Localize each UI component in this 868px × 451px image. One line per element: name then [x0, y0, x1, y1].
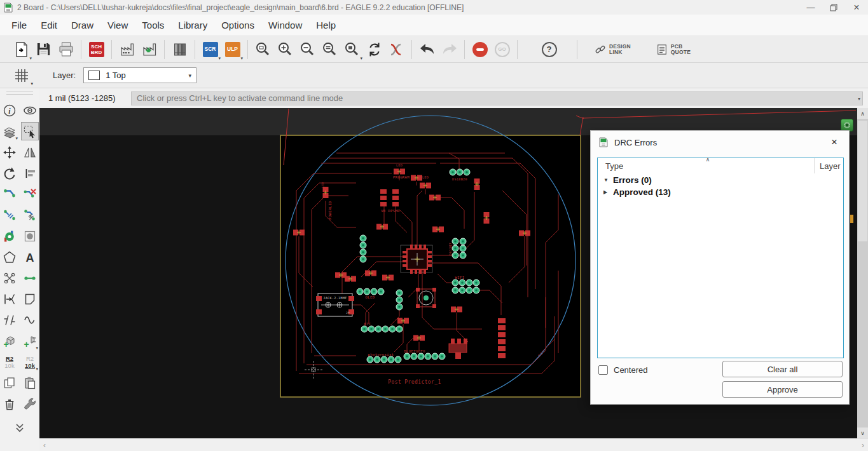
scroll-down-button[interactable]: ∨ — [857, 427, 868, 438]
dropdown-caret-icon[interactable]: ▾ — [360, 56, 362, 60]
zoom-select-icon — [322, 41, 338, 58]
dropdown-caret-icon[interactable]: ▾ — [36, 367, 38, 371]
tool-text[interactable]: A — [21, 248, 39, 266]
collapsed-triangle-icon[interactable]: ▶ — [603, 189, 611, 195]
palette-drag-handle[interactable] — [6, 94, 33, 95]
tool-delete[interactable] — [1, 394, 18, 413]
tool-outline[interactable] — [21, 290, 39, 308]
menu-library[interactable]: Library — [171, 20, 214, 30]
tool-mirror[interactable] — [21, 143, 39, 161]
centered-checkbox[interactable] — [598, 365, 608, 375]
menu-edit[interactable]: Edit — [34, 20, 64, 30]
grid-settings-button[interactable]: ▾ — [10, 65, 34, 86]
dropdown-caret-icon[interactable]: ▾ — [240, 56, 243, 60]
drc-error-tree[interactable]: ∧ Type Layer ▼ Errors (0) ▶ Approved (13… — [597, 158, 844, 358]
approve-button[interactable]: Approve — [722, 381, 843, 398]
chip-badge-icon[interactable] — [841, 119, 853, 131]
zoom-in-button[interactable] — [274, 39, 296, 60]
restore-button[interactable] — [822, 0, 845, 15]
tree-header[interactable]: ∧ Type Layer — [598, 158, 843, 173]
dropdown-caret-icon[interactable]: ▾ — [31, 81, 33, 86]
more-tools-button[interactable] — [0, 423, 39, 435]
tool-paste[interactable] — [21, 374, 39, 392]
tool-group-select[interactable] — [21, 122, 39, 140]
vertical-scrollbar[interactable]: ∧ ∨ — [857, 108, 868, 438]
tool-add-device[interactable]: + ▾ — [21, 332, 39, 350]
signal-x-button[interactable] — [385, 39, 408, 60]
dropdown-caret-icon[interactable]: ▾ — [29, 56, 32, 60]
drc-close-button[interactable]: × — [827, 136, 841, 149]
cam-processor-button[interactable] — [116, 39, 138, 60]
tool-copy[interactable] — [1, 374, 18, 392]
scroll-up-button[interactable]: ∧ — [857, 108, 868, 119]
tool-fix[interactable] — [21, 394, 39, 413]
library-button[interactable] — [169, 39, 191, 60]
dropdown-caret-icon[interactable]: ▾ — [36, 346, 38, 350]
column-header-layer[interactable]: Layer — [814, 158, 843, 173]
menu-help[interactable]: Help — [309, 20, 343, 30]
undo-button[interactable] — [416, 39, 438, 60]
tool-route-walkaround[interactable] — [21, 206, 39, 224]
zoom-fit-button[interactable] — [252, 39, 274, 60]
tool-name[interactable]: R2 10k — [1, 353, 18, 371]
scroll-right-button[interactable]: › — [862, 441, 864, 450]
drc-dialog-titlebar[interactable]: DRC Errors × — [591, 131, 849, 154]
tool-via[interactable] — [1, 227, 18, 245]
menu-window[interactable]: Window — [261, 20, 309, 30]
palette-drag-handle[interactable] — [6, 91, 33, 91]
tool-ripup[interactable] — [21, 185, 39, 203]
tool-polygon[interactable] — [1, 248, 18, 266]
dropdown-caret-icon[interactable]: ▾ — [218, 56, 221, 60]
pcb-quote-button[interactable]: PCB QUOTE — [651, 39, 696, 60]
tool-hole[interactable] — [21, 227, 39, 245]
horizontal-scrollbar[interactable]: ‹ › — [39, 438, 868, 451]
tool-dimension[interactable] — [1, 290, 18, 308]
menu-draw[interactable]: Draw — [64, 20, 100, 30]
close-button[interactable]: × — [845, 0, 868, 15]
tool-route-airwire[interactable] — [1, 206, 18, 224]
clear-all-button[interactable]: Clear all — [722, 361, 843, 377]
layer-dropdown[interactable]: 1 Top ▾ — [83, 67, 196, 83]
tool-meander[interactable] — [21, 311, 39, 329]
tool-ratsnest[interactable] — [1, 269, 18, 287]
tool-split[interactable] — [1, 311, 18, 329]
zoom-redraw-button[interactable]: ▾ — [341, 39, 363, 60]
cam-output-button[interactable] — [138, 39, 160, 60]
tool-info[interactable]: i — [1, 101, 18, 119]
tool-layer-settings[interactable]: ▾ — [1, 122, 18, 140]
tool-align[interactable] — [21, 164, 39, 182]
stop-button[interactable] — [469, 39, 491, 60]
minimize-button[interactable]: — — [799, 0, 822, 15]
tool-wire[interactable] — [21, 269, 39, 287]
zoom-out-button[interactable] — [296, 39, 319, 60]
dropdown-caret-icon[interactable]: ▾ — [15, 136, 18, 140]
tool-show[interactable] — [21, 101, 39, 119]
redo-button[interactable] — [438, 39, 460, 60]
menu-tools[interactable]: Tools — [135, 20, 171, 30]
sch-brd-toggle-button[interactable]: SCH BRD — [85, 39, 107, 60]
command-line-input[interactable] — [131, 91, 863, 105]
design-link-button[interactable]: DESIGN LINK — [589, 39, 637, 60]
run-script-button[interactable]: SCR ▾ — [199, 39, 221, 60]
menu-file[interactable]: File — [4, 20, 34, 30]
tool-value[interactable]: R2 10k ▾ — [21, 353, 39, 371]
vertical-scrollbar-thumb[interactable] — [858, 121, 867, 241]
run-ulp-button[interactable]: ULP ▾ — [221, 39, 244, 60]
tool-add-part[interactable]: + — [1, 332, 18, 350]
menu-options[interactable]: Options — [214, 20, 261, 30]
tool-rotate[interactable] — [1, 164, 18, 182]
tool-move[interactable] — [1, 143, 18, 161]
refresh-button[interactable] — [363, 39, 385, 60]
scroll-left-button[interactable]: ‹ — [43, 441, 46, 450]
go-button[interactable]: GO — [491, 39, 513, 60]
print-button[interactable] — [55, 39, 77, 60]
expanded-triangle-icon[interactable]: ▼ — [603, 177, 611, 183]
save-button[interactable] — [32, 39, 55, 60]
zoom-select-button[interactable] — [319, 39, 341, 60]
tree-row-errors[interactable]: ▼ Errors (0) — [598, 175, 843, 185]
tool-route[interactable] — [1, 185, 18, 203]
menu-view[interactable]: View — [100, 20, 135, 30]
tree-row-approved[interactable]: ▶ Approved (13) — [598, 187, 843, 198]
open-board-button[interactable]: ▾ — [10, 39, 32, 60]
help-button[interactable]: ? — [538, 39, 560, 60]
